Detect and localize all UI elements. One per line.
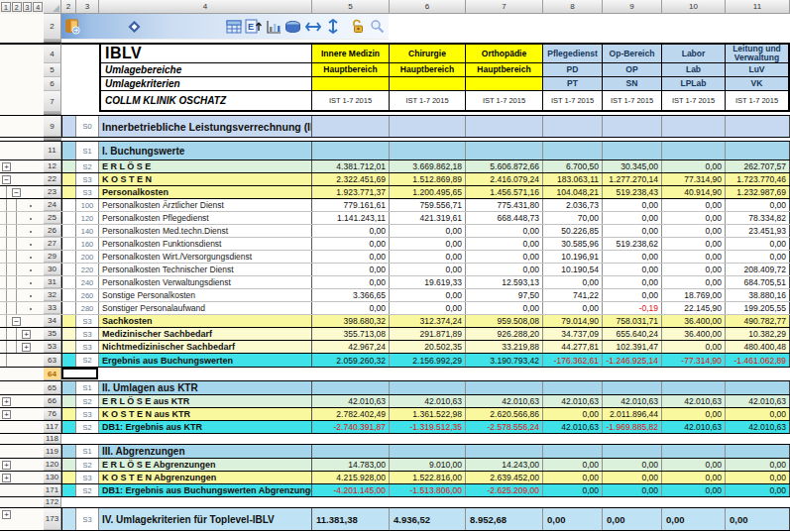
export-icon[interactable]: E — [245, 18, 262, 36]
value-cell[interactable]: 2.011.896,44 — [603, 408, 662, 420]
value-cell[interactable]: 0,00 — [543, 276, 603, 288]
header-cell[interactable]: LPLab — [662, 77, 726, 91]
value-cell[interactable]: 0,00 — [662, 408, 726, 420]
value-cell[interactable]: 10.382,29 — [726, 328, 790, 340]
period-cell[interactable]: IST 1-7 2015 — [466, 91, 543, 112]
row-header[interactable]: 24 — [44, 199, 61, 211]
value-cell[interactable]: 42.010,63 — [466, 395, 543, 407]
value-cell[interactable]: 1.141.243,11 — [312, 212, 390, 224]
code-cell[interactable]: 100 — [76, 199, 99, 211]
row-header[interactable]: 23 — [44, 186, 61, 198]
header-cell[interactable]: OP — [603, 63, 662, 77]
row-header[interactable]: 2 — [44, 14, 61, 40]
value-cell[interactable]: 0,00 — [603, 459, 662, 471]
value-cell[interactable]: 1.923.771,37 — [312, 186, 390, 198]
outline-level-2-button[interactable]: 2 — [12, 2, 22, 12]
code-cell[interactable]: S2 — [76, 484, 99, 496]
value-cell[interactable]: 33.219,88 — [466, 341, 543, 353]
row-header[interactable]: 35 — [44, 328, 61, 340]
row-header[interactable]: 32 — [44, 289, 61, 301]
code-cell[interactable]: S2 — [76, 459, 99, 471]
value-cell[interactable]: 0,00 — [662, 472, 726, 483]
header-cell[interactable]: Hauptbereich — [312, 63, 390, 77]
value-cell[interactable]: 0,00 — [726, 408, 790, 420]
row-label[interactable]: E R L Ö S E — [99, 160, 312, 172]
value-cell[interactable]: 0,00 — [390, 264, 466, 275]
value-cell[interactable]: 36.400,00 — [662, 328, 726, 340]
value-cell[interactable]: 519.238,62 — [603, 238, 662, 250]
value-cell[interactable]: -1.969.885,82 — [603, 421, 662, 433]
row-header[interactable]: 34 — [44, 315, 61, 327]
outline-collapse-button[interactable]: − — [2, 175, 11, 184]
outline-level-3-button[interactable]: 3 — [23, 2, 33, 12]
row-header[interactable]: 29 — [44, 251, 61, 263]
row-label[interactable]: Ergebnis aus Buchungswerten — [99, 354, 312, 367]
value-cell[interactable]: 959.508,08 — [466, 315, 543, 327]
table-grid-icon[interactable] — [225, 18, 242, 36]
allocation-area-header[interactable]: Leitung und Verwaltung — [726, 43, 790, 63]
value-cell[interactable] — [662, 445, 726, 458]
value-cell[interactable]: 12.593,13 — [466, 276, 543, 288]
value-cell[interactable]: 2.620.566,86 — [466, 408, 543, 420]
select-all-corner[interactable] — [44, 0, 61, 14]
row-header[interactable]: 25 — [44, 212, 61, 224]
outline-expand-button[interactable]: + — [22, 343, 31, 352]
value-cell[interactable]: 78.334,82 — [726, 212, 790, 224]
header-cell[interactable]: SN — [603, 77, 662, 91]
row-label[interactable]: Personalkosten Technischer Dienst — [99, 264, 312, 275]
value-cell[interactable]: 40.914,90 — [662, 186, 726, 198]
value-cell[interactable]: 42.010,63 — [312, 395, 390, 407]
code-cell[interactable]: 200 — [76, 251, 99, 263]
value-cell[interactable]: 0,00 — [312, 276, 390, 288]
value-cell[interactable]: 0,00 — [662, 508, 726, 530]
value-cell[interactable]: 1.522.816,00 — [390, 472, 466, 483]
row-header[interactable]: 7 — [44, 91, 61, 112]
value-cell[interactable]: 1.232.987,69 — [726, 186, 790, 198]
allocation-area-header[interactable]: Labor — [662, 43, 726, 63]
row-label[interactable]: IV. Umlagekriterien für Toplevel-IBLV — [99, 508, 312, 530]
code-cell[interactable]: S3 — [76, 173, 99, 185]
value-cell[interactable]: 0,00 — [726, 459, 790, 471]
value-cell[interactable]: -2.578.556,24 — [466, 421, 543, 433]
value-cell[interactable] — [312, 142, 390, 160]
row-label[interactable]: Personalkosten Verwaltungsdienst — [99, 276, 312, 288]
row-label[interactable]: Sonstige Personalkosten — [99, 289, 312, 301]
row-header[interactable]: 6 — [44, 77, 61, 91]
search-icon[interactable] — [369, 18, 386, 36]
value-cell[interactable]: 11.381,38 — [312, 508, 390, 530]
row-label[interactable]: Personalkosten Funktionsdienst — [99, 238, 312, 250]
value-cell[interactable]: 0,00 — [312, 264, 390, 275]
value-cell[interactable]: 4.215.928,00 — [312, 472, 390, 483]
value-cell[interactable]: 0,00 — [662, 484, 726, 496]
value-cell[interactable]: 97,50 — [466, 289, 543, 301]
app-folder-icon[interactable] — [64, 18, 81, 36]
period-cell[interactable]: IST 1-7 2015 — [543, 91, 603, 112]
value-cell[interactable]: 9.010,00 — [390, 459, 466, 471]
value-cell[interactable]: 70,00 — [543, 212, 603, 224]
active-cell-cursor[interactable] — [61, 368, 98, 379]
vertical-arrows-icon[interactable] — [324, 18, 341, 36]
value-cell[interactable]: 42.010,63 — [543, 421, 603, 433]
column-header-9[interactable]: 9 — [603, 0, 662, 14]
pie-icon[interactable] — [284, 18, 301, 36]
code-cell[interactable]: S3 — [76, 315, 99, 327]
code-cell[interactable]: S1 — [76, 142, 99, 160]
value-cell[interactable] — [466, 142, 543, 160]
value-cell[interactable]: 926.288,20 — [466, 328, 543, 340]
outline-expand-button[interactable]: + — [2, 474, 11, 482]
value-cell[interactable] — [662, 142, 726, 160]
header-cell[interactable]: PT — [543, 77, 603, 91]
row-header[interactable]: 173 — [44, 508, 61, 530]
value-cell[interactable]: 779.161,61 — [312, 199, 390, 211]
value-cell[interactable]: 18.769,00 — [662, 289, 726, 301]
header-cell[interactable]: Hauptbereich — [466, 63, 543, 77]
value-cell[interactable]: 0,00 — [603, 472, 662, 483]
code-cell[interactable]: 240 — [76, 276, 99, 288]
value-cell[interactable]: 2.059.260,32 — [312, 354, 390, 367]
value-cell[interactable]: 0,00 — [662, 199, 726, 211]
value-cell[interactable] — [466, 116, 543, 137]
value-cell[interactable]: 262.707,57 — [726, 160, 790, 172]
value-cell[interactable]: 398.680,32 — [312, 315, 390, 327]
value-cell[interactable]: 0,00 — [662, 160, 726, 172]
value-cell[interactable]: 655.640,24 — [603, 328, 662, 340]
